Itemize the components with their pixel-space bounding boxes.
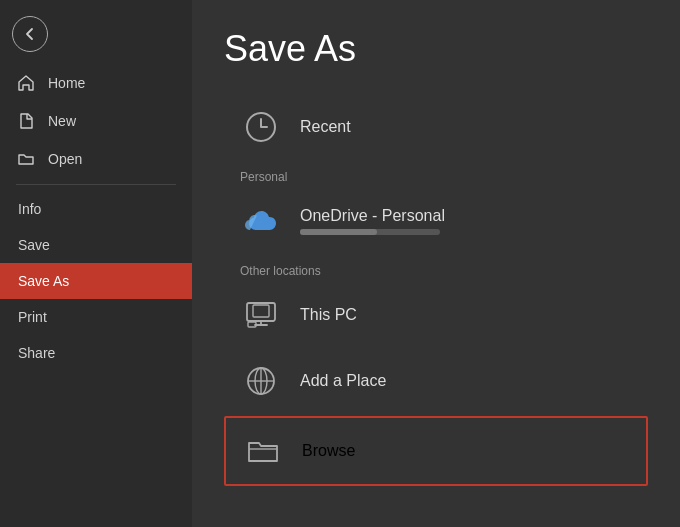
browse-icon [242,430,284,472]
info-label: Info [18,201,41,217]
this-pc-label: This PC [300,306,357,324]
sidebar-item-share[interactable]: Share [0,335,192,371]
onedrive-storage-bar [300,229,440,235]
print-label: Print [18,309,47,325]
location-onedrive[interactable]: OneDrive - Personal [224,188,648,254]
sidebar-item-print[interactable]: Print [0,299,192,335]
onedrive-info: OneDrive - Personal [300,207,445,235]
sidebar-item-new[interactable]: New [0,102,192,140]
sidebar-item-save-as[interactable]: Save As [0,263,192,299]
svg-rect-1 [247,303,275,321]
this-pc-icon [240,294,282,336]
location-add-place[interactable]: Add a Place [224,348,648,414]
share-label: Share [18,345,55,361]
page-title: Save As [224,28,648,70]
new-label: New [48,113,76,129]
sidebar-item-open[interactable]: Open [0,140,192,178]
new-icon [16,112,36,130]
home-label: Home [48,75,85,91]
personal-section-label: Personal [224,160,648,188]
main-content: Save As Recent Personal OneDrive - Perso… [192,0,680,527]
browse-label: Browse [302,442,355,460]
sidebar-item-info[interactable]: Info [0,191,192,227]
recent-label: Recent [300,118,351,136]
location-browse[interactable]: Browse [224,416,648,486]
recent-icon [240,106,282,148]
onedrive-storage-fill [300,229,377,235]
sidebar-item-save[interactable]: Save [0,227,192,263]
location-recent[interactable]: Recent [224,94,648,160]
other-section-label: Other locations [224,254,648,282]
add-place-icon [240,360,282,402]
onedrive-label: OneDrive - Personal [300,207,445,225]
sidebar-divider [16,184,176,185]
save-label: Save [18,237,50,253]
save-as-label: Save As [18,273,69,289]
sidebar: Home New Open Info Save Save As Print [0,0,192,527]
back-button[interactable] [12,16,48,52]
onedrive-icon [240,200,282,242]
home-icon [16,74,36,92]
svg-rect-2 [253,305,269,317]
sidebar-item-home[interactable]: Home [0,64,192,102]
location-this-pc[interactable]: This PC [224,282,648,348]
open-label: Open [48,151,82,167]
add-place-label: Add a Place [300,372,386,390]
open-icon [16,150,36,168]
